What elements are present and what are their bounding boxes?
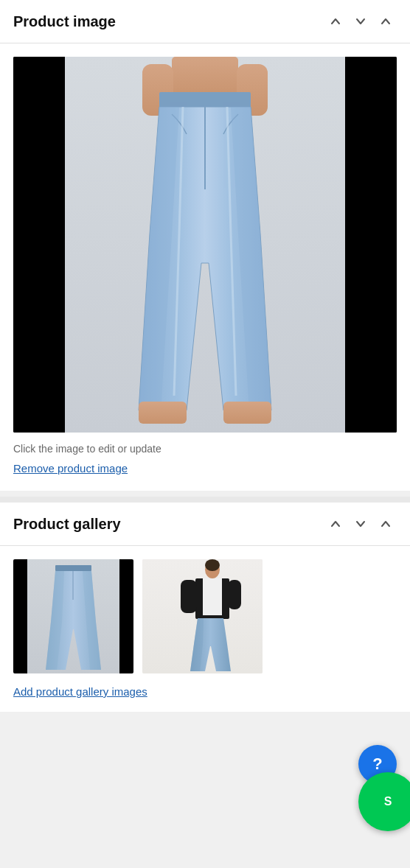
gallery-thumb-1-image — [27, 559, 119, 673]
thumb1-svg — [27, 559, 119, 673]
gallery-thumb-2-image — [142, 559, 263, 673]
thumb2-svg — [142, 559, 263, 673]
remove-product-image-link[interactable]: Remove product image — [13, 462, 128, 475]
gallery-chevron-up-icon — [329, 517, 342, 531]
svg-rect-6 — [139, 402, 187, 424]
product-image-container[interactable] — [13, 57, 397, 433]
move-up-button[interactable] — [324, 12, 347, 31]
svg-rect-15 — [203, 578, 222, 615]
move-down-button[interactable] — [350, 12, 372, 31]
gallery-thumb-2[interactable] — [142, 559, 263, 673]
gallery-expand-icon — [379, 517, 392, 531]
chevron-down-icon — [354, 15, 367, 28]
product-image-header: Product image — [0, 0, 410, 43]
svg-rect-9 — [55, 565, 91, 571]
product-image-body: Click the image to edit or update Remove… — [0, 43, 410, 491]
save-fab-button[interactable]: S — [358, 772, 410, 831]
gallery-move-down-button[interactable] — [350, 514, 372, 533]
gallery-thumb-1[interactable] — [13, 559, 133, 673]
svg-point-13 — [205, 559, 220, 571]
image-hint-text: Click the image to edit or update — [13, 443, 397, 455]
product-image-controls — [324, 12, 397, 31]
svg-rect-7 — [223, 402, 271, 424]
section-divider — [0, 497, 410, 503]
expand-icon — [379, 15, 392, 28]
product-gallery-section: Product gallery — [0, 503, 410, 712]
svg-rect-17 — [228, 580, 241, 609]
gallery-expand-button[interactable] — [375, 514, 397, 533]
svg-rect-4 — [159, 92, 251, 108]
product-gallery-body: Add product gallery images — [0, 546, 410, 712]
gallery-thumbnail-list — [13, 559, 397, 673]
add-gallery-images-link[interactable]: Add product gallery images — [13, 685, 147, 698]
save-icon: S — [384, 795, 392, 808]
svg-rect-16 — [181, 580, 197, 613]
jeans-image[interactable] — [65, 57, 345, 433]
chevron-up-icon — [329, 15, 342, 28]
product-image-display[interactable] — [13, 57, 397, 433]
gallery-move-up-button[interactable] — [324, 514, 347, 533]
jeans-svg — [65, 57, 345, 433]
help-icon: ? — [372, 755, 382, 774]
gallery-chevron-down-icon — [354, 517, 367, 531]
product-gallery-controls — [324, 514, 397, 533]
product-gallery-header: Product gallery — [0, 503, 410, 546]
expand-button[interactable] — [375, 12, 397, 31]
product-image-title: Product image — [13, 13, 116, 30]
product-image-section: Product image — [0, 0, 410, 491]
product-gallery-title: Product gallery — [13, 516, 121, 533]
svg-rect-1 — [172, 57, 238, 97]
